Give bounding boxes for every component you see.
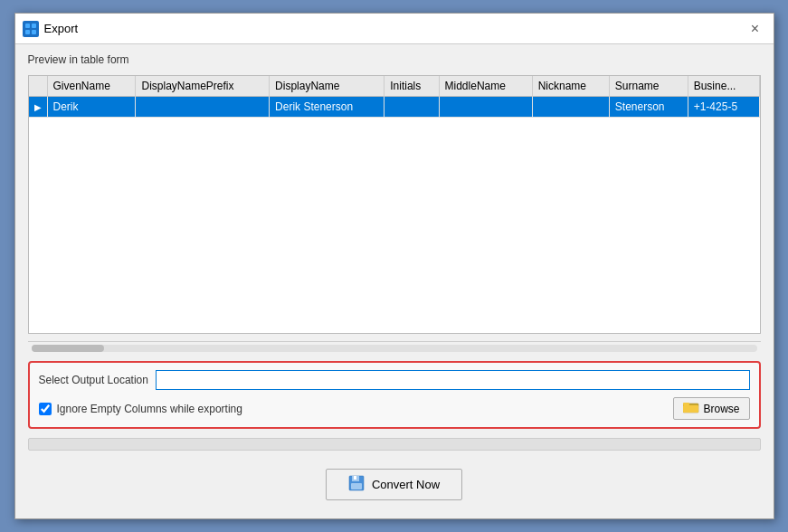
svg-rect-9 xyxy=(354,476,356,480)
output-location-row: Select Output Location xyxy=(39,370,750,390)
svg-rect-2 xyxy=(25,30,30,34)
table-cell-business: +1-425-5 xyxy=(688,97,759,118)
horizontal-scrollbar[interactable] xyxy=(28,341,761,354)
table-cell-middle_name xyxy=(439,97,532,118)
scrollbar-thumb[interactable] xyxy=(32,345,104,352)
col-given-name: GivenName xyxy=(47,76,136,97)
output-location-label: Select Output Location xyxy=(39,374,148,386)
table-row[interactable]: ▶DerikDerik StenersonStenerson+1-425-5 xyxy=(29,97,760,118)
options-row: Ignore Empty Columns while exporting Bro… xyxy=(39,397,750,420)
col-surname: Surname xyxy=(609,76,688,97)
svg-rect-3 xyxy=(32,30,36,34)
col-middle-name: MiddleName xyxy=(439,76,532,97)
table-cell-given_name: Derik xyxy=(47,97,136,118)
main-content: Preview in table form GivenName DisplayN… xyxy=(15,44,774,518)
titlebar: Export × xyxy=(15,14,774,44)
scrollbar-track xyxy=(32,345,757,352)
table-cell-display_name: Derik Stenerson xyxy=(270,97,385,118)
browse-button[interactable]: Browse xyxy=(673,397,749,420)
output-section: Select Output Location Ignore Empty Colu… xyxy=(28,361,761,429)
preview-table: GivenName DisplayNamePrefix DisplayName … xyxy=(29,76,760,118)
table-cell-arrow: ▶ xyxy=(29,97,48,118)
table-cell-surname: Stenerson xyxy=(609,97,688,118)
save-icon xyxy=(348,475,365,494)
col-business: Busine... xyxy=(688,76,759,97)
progress-bar xyxy=(28,438,761,451)
col-arrow xyxy=(29,76,48,97)
svg-rect-0 xyxy=(25,24,30,28)
table-header-row: GivenName DisplayNamePrefix DisplayName … xyxy=(29,76,760,97)
col-initials: Initials xyxy=(385,76,439,97)
col-nickname: Nickname xyxy=(532,76,609,97)
col-display-name-prefix: DisplayNamePrefix xyxy=(136,76,270,97)
preview-table-container[interactable]: GivenName DisplayNamePrefix DisplayName … xyxy=(28,75,761,334)
table-cell-display_name_prefix xyxy=(136,97,270,118)
table-cell-initials xyxy=(385,97,439,118)
svg-rect-10 xyxy=(351,483,362,489)
table-cell-nickname xyxy=(532,97,609,118)
convert-now-button[interactable]: Convert Now xyxy=(326,469,462,500)
titlebar-left: Export xyxy=(23,21,79,37)
col-display-name: DisplayName xyxy=(270,76,385,97)
browse-folder-icon xyxy=(683,401,699,416)
output-location-input[interactable] xyxy=(156,370,750,390)
bottom-bar: Convert Now xyxy=(28,460,761,509)
svg-rect-6 xyxy=(683,403,689,405)
browse-label: Browse xyxy=(703,403,739,415)
svg-rect-1 xyxy=(32,24,36,28)
convert-now-label: Convert Now xyxy=(372,478,440,491)
ignore-empty-label: Ignore Empty Columns while exporting xyxy=(57,403,242,415)
svg-rect-5 xyxy=(683,405,698,413)
export-window: Export × Preview in table form GivenName… xyxy=(14,13,774,519)
window-title: Export xyxy=(44,22,79,35)
preview-label: Preview in table form xyxy=(28,53,761,66)
ignore-empty-row: Ignore Empty Columns while exporting xyxy=(39,403,242,415)
ignore-empty-checkbox[interactable] xyxy=(39,403,52,415)
close-button[interactable]: × xyxy=(745,18,766,40)
window-icon xyxy=(23,21,39,37)
